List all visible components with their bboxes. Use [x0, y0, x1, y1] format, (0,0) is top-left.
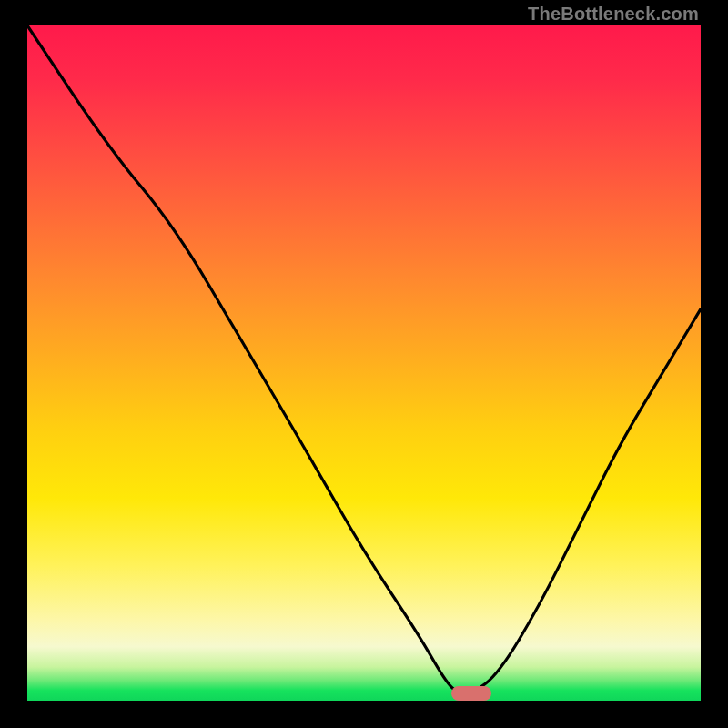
- optimal-marker: [451, 686, 491, 701]
- plot-area: [27, 25, 701, 701]
- bottleneck-curve: [27, 25, 701, 701]
- watermark-text: TheBottleneck.com: [528, 4, 699, 25]
- chart-frame: TheBottleneck.com: [0, 0, 728, 728]
